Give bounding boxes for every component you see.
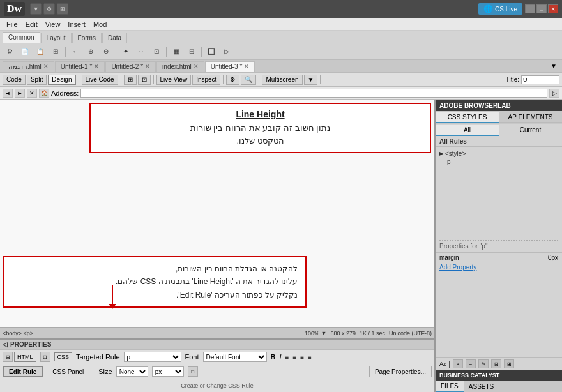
nav-stop[interactable]: ✕	[27, 89, 37, 98]
doc-tab-untitled3[interactable]: Untitled-3* ✕	[205, 61, 255, 72]
menu-file[interactable]: File	[3, 19, 22, 29]
tab-current[interactable]: Current	[499, 125, 562, 135]
margin-value: 0px	[548, 254, 558, 261]
view-btn-split[interactable]: Split	[27, 75, 47, 85]
view-icon-3[interactable]: ⚙	[226, 75, 239, 85]
title-input[interactable]	[521, 75, 559, 84]
css-rule-label: <style>	[445, 150, 466, 157]
doc-tab-index[interactable]: index.html ✕	[156, 61, 204, 72]
targeted-rule-select[interactable]: p	[124, 352, 181, 362]
tab-css-styles[interactable]: CSS STYLES	[436, 112, 499, 123]
toolbar-icon-10[interactable]: ⊡	[149, 45, 163, 58]
toolbar-icon-11[interactable]: ▦	[169, 45, 183, 58]
doc-tab-demo[interactable]: הדגמה.html ✕	[3, 61, 54, 72]
toolbar-icon-5[interactable]: ←	[68, 45, 82, 58]
css-panel-btn[interactable]: CSS Panel	[47, 366, 89, 377]
view-btn-liveview[interactable]: Live View	[156, 75, 192, 85]
title-icon-3[interactable]: ⊞	[57, 3, 68, 15]
toolbar-icon-4[interactable]: ⊞	[49, 45, 63, 58]
annotation-arrow	[109, 285, 116, 309]
insert-tab-data[interactable]: Data	[102, 33, 127, 43]
toolbar-icon-13[interactable]: 🔲	[204, 45, 218, 58]
title-icon-1[interactable]: ▼	[30, 3, 42, 15]
insert-tab-common[interactable]: Common	[3, 32, 40, 43]
edit-rule-btn[interactable]: Edit Rule	[3, 366, 43, 377]
view-btn-multiscreen[interactable]: Multiscreen	[262, 75, 302, 85]
menu-view[interactable]: View	[42, 19, 65, 29]
view-btn-inspect[interactable]: Inspect	[192, 75, 220, 85]
toolbar-icon-12[interactable]: ⊟	[185, 45, 199, 58]
nav-forward[interactable]: ►	[15, 89, 25, 98]
tab-all[interactable]: All	[436, 125, 499, 136]
css-prop-margin: margin 0px	[436, 253, 562, 262]
toolbar-icon-7[interactable]: ⊖	[99, 45, 113, 58]
italic-btn[interactable]: I	[279, 353, 281, 361]
tab-close-untitled2[interactable]: ✕	[145, 63, 150, 70]
bold-btn[interactable]: B	[271, 353, 276, 361]
tab-close-untitled1[interactable]: ✕	[94, 63, 99, 70]
view-btn-design[interactable]: Design	[48, 75, 75, 85]
view-btn-code[interactable]: Code	[3, 75, 26, 85]
toolbar-icon-6[interactable]: ⊕	[84, 45, 98, 58]
menu-insert[interactable]: Insert	[64, 19, 89, 29]
html-icon[interactable]: ⊞	[3, 352, 13, 362]
prop-collapse-icon[interactable]: ◁	[3, 341, 8, 348]
view-icon-1[interactable]: ⊞	[124, 75, 137, 85]
tab-close-index[interactable]: ✕	[194, 63, 199, 70]
view-icon-2[interactable]: ⊡	[138, 75, 151, 85]
menu-modify[interactable]: Mod	[89, 19, 110, 29]
size-icon[interactable]: □	[188, 366, 198, 377]
rp-icon-3[interactable]: ✎	[478, 359, 489, 368]
doc-tab-untitled2[interactable]: Untitled-2* ✕	[105, 61, 156, 72]
minimize-btn[interactable]: —	[525, 4, 535, 13]
view-sep-2	[121, 75, 121, 84]
doc-tab-untitled1[interactable]: Untitled-1* ✕	[55, 61, 105, 72]
maximize-btn[interactable]: □	[536, 4, 547, 13]
rp-icon-5[interactable]: ⊞	[504, 359, 514, 368]
size-select[interactable]: None	[116, 366, 148, 377]
toolbar-icon-9[interactable]: ↔	[134, 45, 148, 58]
window-controls: — □ ✕	[525, 4, 558, 13]
font-select[interactable]: Default Font	[203, 352, 267, 362]
nav-back[interactable]: ◄	[3, 89, 13, 98]
cs-live-btn[interactable]: 🌐 CS Live	[478, 3, 522, 15]
toolbar-icon-2[interactable]: 📄	[18, 45, 32, 58]
toolbar-icon-14[interactable]: ▷	[220, 45, 234, 58]
toolbar-icon-8[interactable]: ✦	[119, 45, 133, 58]
view-btn-livecode[interactable]: Live Code	[82, 75, 118, 85]
title-icon-2[interactable]: ⚙	[43, 3, 55, 15]
align-justify-btn[interactable]: ≡	[308, 354, 312, 361]
address-input[interactable]	[80, 89, 547, 98]
size-unit-select[interactable]: px	[152, 366, 184, 377]
page-props-btn[interactable]: Page Properties...	[369, 366, 432, 377]
insert-tab-layout[interactable]: Layout	[41, 33, 72, 43]
tab-close-demo[interactable]: ✕	[43, 63, 49, 70]
dw-logo: Dw	[4, 2, 25, 16]
rp-icon-2[interactable]: −	[466, 359, 476, 368]
tab-ap-elements[interactable]: AP ELEMENTS	[499, 112, 562, 123]
align-left-btn[interactable]: ≡	[285, 354, 289, 361]
main-toolbar: ⚙ 📄 📋 ⊞ ← ⊕ ⊖ ✦ ↔ ⊡ ▦ ⊟ 🔲 ▷	[0, 43, 562, 60]
add-property-link[interactable]: Add Property	[436, 262, 562, 272]
align-right-btn[interactable]: ≡	[300, 354, 304, 361]
tab-assets[interactable]: ASSETS	[464, 382, 499, 391]
view-icon-4[interactable]: 🔍	[241, 75, 256, 85]
toolbar-icon-1[interactable]: ⚙	[3, 45, 17, 58]
rp-icon-4[interactable]: ⊟	[491, 359, 501, 368]
toolbar-icon-3[interactable]: 📋	[33, 45, 47, 58]
menu-edit[interactable]: Edit	[22, 19, 42, 29]
insert-tab-forms[interactable]: Forms	[72, 33, 102, 43]
address-go[interactable]: ▷	[549, 89, 559, 98]
tab-files[interactable]: FILES	[436, 381, 464, 392]
rp-icon-1[interactable]: +	[453, 359, 463, 368]
view-btn-multiscreen-arrow[interactable]: ▼	[304, 75, 318, 85]
expand-icon[interactable]: ▶	[439, 151, 443, 156]
close-btn[interactable]: ✕	[548, 4, 558, 13]
css-icon[interactable]: ⊡	[40, 352, 50, 362]
css-btn[interactable]: CSS	[54, 352, 73, 361]
tab-expand-btn[interactable]: ▼	[548, 63, 559, 70]
align-center-btn[interactable]: ≡	[292, 354, 296, 361]
tab-close-untitled3[interactable]: ✕	[244, 63, 249, 70]
html-btn[interactable]: HTML	[14, 352, 36, 362]
nav-home[interactable]: 🏠	[39, 89, 49, 98]
